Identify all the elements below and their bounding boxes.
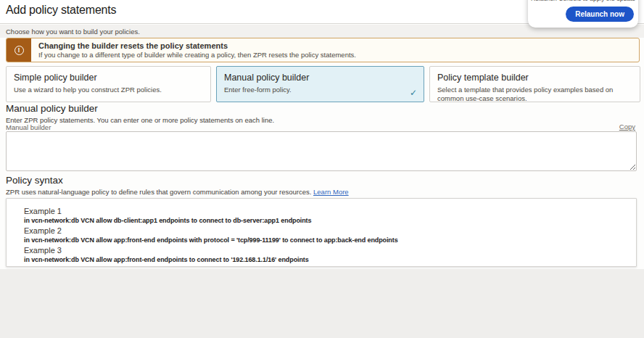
card-description: Enter free-form policy. xyxy=(224,86,416,94)
example-label: Example 1 xyxy=(24,207,629,216)
card-title: Policy template builder xyxy=(437,73,632,83)
example-label: Example 2 xyxy=(24,226,629,236)
card-title: Manual policy builder xyxy=(224,73,416,83)
checkmark-icon: ✓ xyxy=(410,88,417,98)
relaunch-now-button[interactable]: Relaunch now xyxy=(566,7,634,22)
exclamation-circle-icon: ! xyxy=(15,46,24,55)
warning-title: Changing the builder resets the policy s… xyxy=(38,41,356,51)
builder-card-template[interactable]: Policy template builder Select a templat… xyxy=(429,66,640,102)
copy-link[interactable]: Copy xyxy=(619,123,635,131)
syntax-section-description: ZPR uses natural-language policy to defi… xyxy=(6,188,349,196)
card-title: Simple policy builder xyxy=(14,73,203,83)
page-title: Add policy statements xyxy=(6,4,116,17)
manual-builder-textarea[interactable] xyxy=(6,131,637,171)
update-message: Relaunch Console to apply the update xyxy=(528,0,638,2)
example-statement: in vcn-network:db VCN allow db-client:ap… xyxy=(24,216,629,226)
card-description: Select a template that provides policy e… xyxy=(437,86,632,102)
card-description: Use a wizard to help you construct ZPR p… xyxy=(14,86,203,94)
warning-accent-stripe: ! xyxy=(7,38,31,62)
example-label: Example 3 xyxy=(24,246,629,255)
main-panel: Add policy statements Choose how you wan… xyxy=(0,0,644,269)
intro-text: Choose how you want to build your polici… xyxy=(6,28,140,36)
warning-banner: ! Changing the builder resets the policy… xyxy=(6,38,640,62)
example-statement: in vcn-network:db VCN allow app:front-en… xyxy=(24,255,629,265)
learn-more-link[interactable]: Learn More xyxy=(313,188,349,196)
example-statement: in vcn-network:db VCN allow app:front-en… xyxy=(24,236,629,245)
manual-builder-label: Manual builder xyxy=(6,123,51,131)
policy-examples-box: Example 1 in vcn-network:db VCN allow db… xyxy=(6,198,637,267)
builder-card-manual-selected[interactable]: Manual policy builder Enter free-form po… xyxy=(216,66,424,102)
syntax-description-text: ZPR uses natural-language policy to defi… xyxy=(6,188,311,196)
warning-body: If you change to a different type of bui… xyxy=(38,51,356,59)
console-update-popup: Relaunch Console to apply the update Rel… xyxy=(528,0,638,28)
manual-section-heading: Manual policy builder xyxy=(6,103,98,114)
builder-card-simple[interactable]: Simple policy builder Use a wizard to he… xyxy=(6,66,211,102)
warning-texts: Changing the builder resets the policy s… xyxy=(31,38,363,62)
syntax-section-heading: Policy syntax xyxy=(6,175,63,186)
